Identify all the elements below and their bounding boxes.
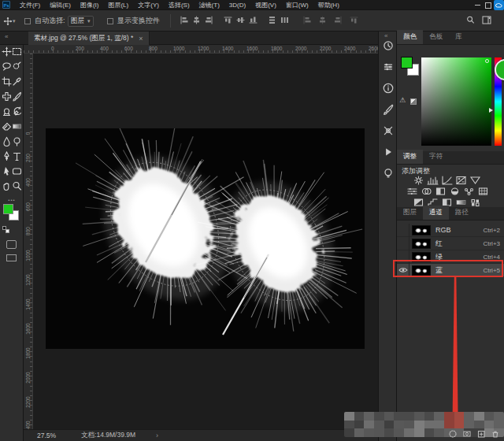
- distribute-v-icon[interactable]: [268, 16, 277, 26]
- auto-select-dropdown[interactable]: 图层▾: [68, 10, 94, 32]
- color-balance-adjustment-icon[interactable]: [421, 187, 432, 196]
- eyedropper-tool-icon[interactable]: [12, 76, 22, 87]
- gradient-tool-icon[interactable]: [12, 121, 22, 132]
- black-white-adjustment-icon[interactable]: [435, 187, 447, 196]
- 3d-mode-icon[interactable]: [334, 16, 343, 26]
- menu-item[interactable]: 图像(I): [76, 0, 104, 10]
- brush-tool-icon[interactable]: [12, 91, 22, 102]
- save-selection-icon[interactable]: [462, 429, 472, 439]
- brightness-contrast-adjustment-icon[interactable]: [413, 176, 424, 185]
- close-tab-icon[interactable]: ×: [139, 35, 143, 43]
- lasso-tool-icon[interactable]: [2, 61, 12, 72]
- color-lookup-adjustment-icon[interactable]: [477, 187, 489, 196]
- move-tool-option-icon[interactable]: ▾: [3, 10, 16, 32]
- document-image[interactable]: [46, 128, 365, 349]
- clone-source-panel-icon[interactable]: [382, 124, 395, 137]
- channels-panel-tab[interactable]: 通道: [423, 206, 449, 220]
- status-menu-chevron-icon[interactable]: ›: [156, 432, 158, 439]
- channel-mixer-adjustment-icon[interactable]: [463, 187, 475, 196]
- history-brush-tool-icon[interactable]: [12, 106, 22, 117]
- collapse-panels-icon[interactable]: «: [5, 33, 8, 40]
- delete-channel-icon[interactable]: [491, 429, 500, 439]
- menu-item[interactable]: 帮助(H): [313, 0, 344, 10]
- photo-filter-adjustment-icon[interactable]: [449, 187, 461, 196]
- 3d-mode-icon[interactable]: [318, 16, 328, 26]
- healing-brush-tool-icon[interactable]: [2, 91, 12, 102]
- crop-tool-icon[interactable]: [2, 76, 12, 87]
- maximize-button[interactable]: [483, 0, 493, 10]
- menu-item[interactable]: 图层(L): [103, 0, 133, 10]
- type-tool-icon[interactable]: [12, 151, 22, 161]
- eraser-tool-icon[interactable]: [2, 121, 12, 132]
- move-tool-icon[interactable]: [2, 46, 12, 57]
- brush-settings-panel-icon[interactable]: [382, 103, 395, 116]
- auto-select-checkbox[interactable]: [24, 10, 33, 32]
- menu-item[interactable]: 文字(Y): [133, 0, 164, 10]
- channel-row-blue[interactable]: 蓝Ctrl+5: [397, 264, 504, 277]
- channel-row-red[interactable]: 红Ctrl+3: [397, 237, 504, 250]
- history-panel-icon[interactable]: [382, 39, 395, 52]
- align-middle-icon[interactable]: [236, 16, 246, 26]
- align-left-icon[interactable]: [180, 16, 189, 26]
- channel-row-rgb[interactable]: RGBCtrl+2: [397, 224, 504, 237]
- align-top-icon[interactable]: [224, 16, 233, 26]
- creative-cloud-icon[interactable]: [494, 0, 504, 10]
- learn-panel-icon[interactable]: [382, 167, 395, 180]
- foreground-color-swatch[interactable]: [3, 204, 13, 214]
- exposure-adjustment-icon[interactable]: [455, 176, 467, 185]
- more-tools-icon[interactable]: •••: [0, 198, 24, 202]
- levels-adjustment-icon[interactable]: [427, 176, 439, 185]
- 3d-mode-icon[interactable]: [302, 16, 312, 26]
- workspace-switcher-icon[interactable]: [482, 16, 491, 26]
- color-panel-tab[interactable]: 色板: [423, 30, 449, 44]
- visibility-toggle[interactable]: [397, 250, 410, 264]
- swap-colors-icon[interactable]: [6, 229, 9, 233]
- new-channel-icon[interactable]: [476, 429, 486, 439]
- channels-panel-tab[interactable]: 路径: [449, 206, 475, 220]
- color-panel-foreground-swatch[interactable]: [401, 57, 413, 69]
- clone-stamp-tool-icon[interactable]: [2, 106, 12, 117]
- menu-item[interactable]: 文件(F): [15, 0, 45, 10]
- blur-tool-icon[interactable]: [2, 136, 12, 146]
- menu-item[interactable]: 窗口(W): [281, 0, 313, 10]
- menu-item[interactable]: 编辑(E): [45, 0, 76, 10]
- marquee-tool-icon[interactable]: [12, 46, 22, 57]
- vibrance-adjustment-icon[interactable]: [469, 176, 481, 185]
- shape-tool-icon[interactable]: [12, 166, 22, 176]
- pen-tool-icon[interactable]: [2, 151, 12, 161]
- zoom-level-field[interactable]: 27.5%: [37, 432, 56, 439]
- document-tab[interactable]: 素材.jpg @ 27.5% (图层 1, 蓝/8) * ×: [28, 32, 150, 45]
- actions-panel-icon[interactable]: [382, 146, 395, 158]
- quick-select-tool-icon[interactable]: [12, 61, 22, 72]
- color-panel-tab[interactable]: 库: [449, 30, 469, 44]
- path-select-tool-icon[interactable]: [2, 166, 12, 176]
- saturation-brightness-field[interactable]: [421, 57, 491, 146]
- properties-panel-icon[interactable]: [382, 61, 395, 73]
- quick-mask-button[interactable]: [6, 240, 17, 249]
- menu-item[interactable]: 选择(S): [164, 0, 195, 10]
- align-right-icon[interactable]: [205, 16, 214, 26]
- menu-item[interactable]: 视图(V): [250, 0, 281, 10]
- 3d-mode-icon[interactable]: [350, 16, 359, 26]
- load-selection-icon[interactable]: [448, 429, 458, 439]
- distribute-h-icon[interactable]: [280, 16, 290, 26]
- align-center-h-icon[interactable]: [192, 16, 202, 26]
- info-panel-icon[interactable]: [382, 82, 395, 94]
- adjustments-panel-tab[interactable]: 字符: [423, 150, 449, 164]
- hue-slider-arrow-icon[interactable]: [489, 108, 493, 113]
- curves-adjustment-icon[interactable]: [441, 176, 453, 185]
- screen-mode-button[interactable]: [6, 254, 17, 261]
- menu-item[interactable]: 滤镜(T): [195, 0, 224, 10]
- visibility-toggle[interactable]: [397, 264, 410, 277]
- minimize-button[interactable]: [472, 0, 483, 10]
- collapse-panels-icon[interactable]: «: [384, 32, 387, 39]
- channel-row-green[interactable]: 绿Ctrl+4: [397, 250, 504, 264]
- adjustments-panel-tab[interactable]: 调整: [397, 150, 423, 164]
- color-panel-tab[interactable]: 颜色: [397, 30, 423, 44]
- zoom-tool-icon[interactable]: [12, 181, 22, 191]
- show-transform-checkbox[interactable]: [107, 10, 116, 32]
- hand-tool-icon[interactable]: [2, 181, 12, 191]
- menu-item[interactable]: 3D(D): [224, 0, 250, 10]
- channels-panel-tab[interactable]: 图层: [397, 206, 423, 220]
- hue-saturation-adjustment-icon[interactable]: [406, 187, 418, 196]
